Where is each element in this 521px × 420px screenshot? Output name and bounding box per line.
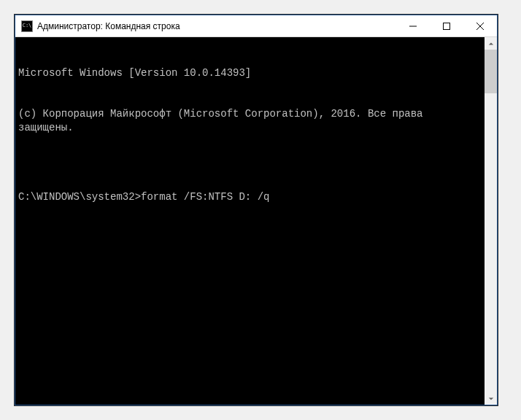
scroll-down-button[interactable] <box>485 392 497 405</box>
chevron-down-icon <box>488 396 494 402</box>
terminal-output[interactable]: Microsoft Windows [Version 10.0.14393] (… <box>15 37 485 405</box>
titlebar[interactable]: C:\ Администратор: Командная строка <box>15 15 497 37</box>
prompt-path: C:\WINDOWS\system32> <box>18 190 141 204</box>
close-button[interactable] <box>463 15 497 36</box>
vertical-scrollbar[interactable] <box>485 37 497 405</box>
chevron-up-icon <box>488 41 494 47</box>
command-text: format /FS:NTFS D: /q <box>141 190 269 204</box>
terminal-wrapper: Microsoft Windows [Version 10.0.14393] (… <box>15 37 497 405</box>
maximize-icon <box>443 23 450 30</box>
svg-rect-1 <box>444 23 450 29</box>
command-prompt-window: C:\ Администратор: Командная строка Micr… <box>15 15 498 405</box>
copyright-line: (c) Корпорация Майкрософт (Microsoft Cor… <box>18 107 482 135</box>
window-title: Администратор: Командная строка <box>37 21 396 31</box>
cmd-icon: C:\ <box>21 20 33 32</box>
close-icon <box>476 23 484 30</box>
cmd-icon-label: C:\ <box>23 23 32 28</box>
scroll-track[interactable] <box>485 50 497 392</box>
maximize-button[interactable] <box>430 15 463 36</box>
minimize-icon <box>409 23 417 30</box>
prompt-line: C:\WINDOWS\system32>format /FS:NTFS D: /… <box>18 190 482 204</box>
minimize-button[interactable] <box>396 15 430 36</box>
version-line: Microsoft Windows [Version 10.0.14393] <box>18 66 482 80</box>
scroll-up-button[interactable] <box>485 37 497 50</box>
scroll-thumb[interactable] <box>485 50 497 93</box>
window-controls <box>396 15 497 36</box>
